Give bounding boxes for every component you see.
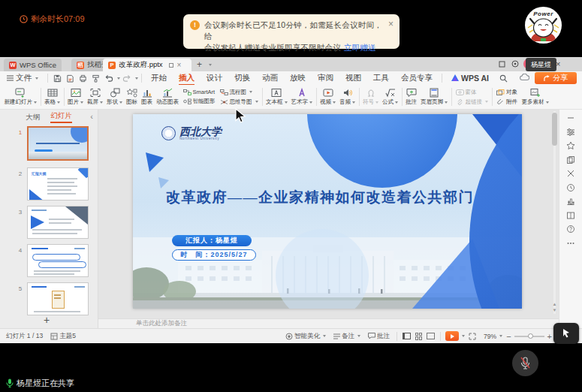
menu-tools[interactable]: 工具 <box>367 73 395 83</box>
scrollbar-thumb[interactable] <box>552 113 557 146</box>
canvas-scrollbar[interactable]: ▲ ▼ <box>552 111 557 314</box>
ribbon-smart-diagram[interactable]: 智能图形 <box>183 98 216 105</box>
theme-button[interactable]: 主题5 <box>50 332 76 341</box>
ribbon-shapes[interactable]: 形状 <box>105 86 125 108</box>
date-pill[interactable]: 时 间：2025/5/27 <box>172 249 256 261</box>
slide-thumbnail-1[interactable] <box>27 126 89 161</box>
tab-slides[interactable]: 幻灯片 <box>50 111 72 123</box>
slide-editor[interactable]: 改革政府——企业家精神如何改造着公共部门 西北大学 Northwest <box>133 114 522 309</box>
collapse-rail-icon[interactable] <box>566 113 575 122</box>
comment-button[interactable]: 批注 <box>368 332 390 341</box>
ribbon-smartart[interactable]: SmartArt <box>183 89 216 95</box>
menu-slideshow[interactable]: 放映 <box>284 73 312 83</box>
tab-outline[interactable]: 大纲 <box>26 113 40 122</box>
zoom-level[interactable]: 79% <box>484 333 502 340</box>
ribbon-chart[interactable]: 图表 <box>140 86 155 108</box>
sorter-view-icon[interactable] <box>415 333 422 340</box>
fit-window-icon[interactable] <box>469 333 476 340</box>
ribbon-dynamic-chart[interactable]: 动态图表 <box>155 86 181 108</box>
ribbon-video[interactable]: 视频 <box>318 86 338 108</box>
print-icon[interactable] <box>79 74 87 83</box>
notice-close-icon[interactable]: × <box>388 20 394 49</box>
ribbon-table[interactable]: 表格 <box>43 86 62 108</box>
properties-icon[interactable] <box>566 128 575 137</box>
share-button[interactable]: 分享 <box>535 72 577 84</box>
scroll-down-icon[interactable]: ▼ <box>552 308 557 312</box>
notes-button[interactable]: 备注 <box>333 332 360 341</box>
undo-icon[interactable] <box>104 74 113 83</box>
chart-helper-icon[interactable] <box>566 197 575 206</box>
ribbon-new-slide[interactable]: 新建幻灯片 <box>2 86 39 108</box>
ribbon-flowchart[interactable]: 流程图 <box>220 89 258 96</box>
collapse-panel-icon[interactable]: ‹ <box>90 112 93 121</box>
zoom-in-icon[interactable]: + <box>547 332 552 341</box>
menu-member[interactable]: 会员专享 <box>395 73 439 83</box>
ribbon-screenshot[interactable]: 截屏 <box>86 86 105 108</box>
cut-icon[interactable] <box>566 169 575 178</box>
menu-wps-ai[interactable]: WPS AI <box>445 74 495 83</box>
close-tab-icon[interactable]: × <box>177 61 182 69</box>
slide-thumbnail-5[interactable] <box>27 282 89 315</box>
restore-window-icon[interactable] <box>499 61 505 68</box>
notes-pane[interactable]: 单击此处添加备注 <box>98 318 559 328</box>
ribbon-formula[interactable]: 公式 <box>381 86 400 108</box>
ribbon-more-material[interactable]: 更多素材 <box>520 86 550 108</box>
ribbon-mindmap[interactable]: 思维导图 <box>220 98 258 106</box>
scroll-up-icon[interactable]: ▲ <box>552 302 557 306</box>
ribbon-audio[interactable]: 音频 <box>338 86 357 108</box>
cloud-sync-icon[interactable] <box>520 74 529 81</box>
zoom-slider[interactable] <box>514 336 544 337</box>
slide-thumbnail-2[interactable]: 汇报大纲 <box>27 167 89 201</box>
format-painter-icon[interactable] <box>92 74 100 83</box>
skin-settings-icon[interactable] <box>511 60 519 68</box>
ribbon-icon-library[interactable]: 图标 <box>125 86 140 108</box>
menu-animation[interactable]: 动画 <box>256 73 284 83</box>
more-tools-icon[interactable] <box>566 239 575 248</box>
mic-muted-button[interactable] <box>512 350 538 376</box>
favorites-icon[interactable] <box>566 141 575 150</box>
menu-transition[interactable]: 切换 <box>228 73 256 83</box>
zoom-out-icon[interactable]: − <box>506 332 511 341</box>
undo-dropdown-icon[interactable] <box>117 77 120 80</box>
tab-wps-office[interactable]: W WPS Office <box>4 59 62 71</box>
slide-title[interactable]: 改革政府——企业家精神如何改造着公共部门 <box>166 188 474 207</box>
quickbar-more-icon[interactable] <box>135 77 138 80</box>
presenter-pill[interactable]: 汇报人：杨星煜 <box>172 235 252 246</box>
ribbon-object[interactable]: 对象 <box>496 89 517 96</box>
tab-presentation-file[interactable]: P 改革政府.pptx × <box>103 59 191 71</box>
menu-design[interactable]: 设计 <box>201 73 228 83</box>
ribbon-wordart[interactable]: 艺术字 <box>289 86 315 108</box>
menu-view[interactable]: 视图 <box>339 73 367 83</box>
add-slide-button[interactable]: + <box>44 314 50 326</box>
save-icon[interactable] <box>53 74 62 83</box>
search-icon[interactable] <box>499 74 508 83</box>
menu-insert[interactable]: 插入 <box>173 73 201 83</box>
play-options-icon[interactable] <box>462 335 465 337</box>
history-version-icon[interactable] <box>566 183 575 192</box>
menu-home[interactable]: 开始 <box>145 73 173 83</box>
beautify-button[interactable]: 智能美化 <box>285 332 326 341</box>
pin-tab-icon[interactable] <box>168 62 174 68</box>
ribbon-attachment[interactable]: 附件 <box>496 98 517 106</box>
menu-review[interactable]: 审阅 <box>312 73 339 83</box>
ribbon-header-footer[interactable]: 页眉页脚 <box>419 86 450 108</box>
reading-view-icon[interactable] <box>427 333 435 339</box>
zoom-slider-thumb[interactable] <box>528 333 533 339</box>
ribbon-picture[interactable]: 图片 <box>66 86 86 108</box>
help-icon[interactable] <box>566 225 575 234</box>
paste-special-icon[interactable] <box>566 155 575 164</box>
gift-now-link[interactable]: 立即赠送 <box>344 43 376 52</box>
ribbon-comment[interactable]: 批注 <box>404 86 419 108</box>
slide-thumbnail-3[interactable] <box>27 206 89 239</box>
annotation-tool-button[interactable] <box>553 323 579 344</box>
user-camera-avatar[interactable]: Power <box>525 7 562 44</box>
slide-thumbnail-4[interactable] <box>27 244 89 277</box>
layout-pane-icon[interactable] <box>566 211 575 220</box>
export-pdf-icon[interactable] <box>66 74 74 83</box>
file-menu[interactable]: 文件 <box>0 73 44 83</box>
slideshow-play-button[interactable] <box>445 331 459 341</box>
new-tab-button[interactable]: + <box>197 59 202 70</box>
tab-list-chevron-icon[interactable] <box>209 64 212 66</box>
normal-view-icon[interactable] <box>403 333 411 339</box>
ribbon-textbox[interactable]: 文本框 <box>264 86 290 108</box>
